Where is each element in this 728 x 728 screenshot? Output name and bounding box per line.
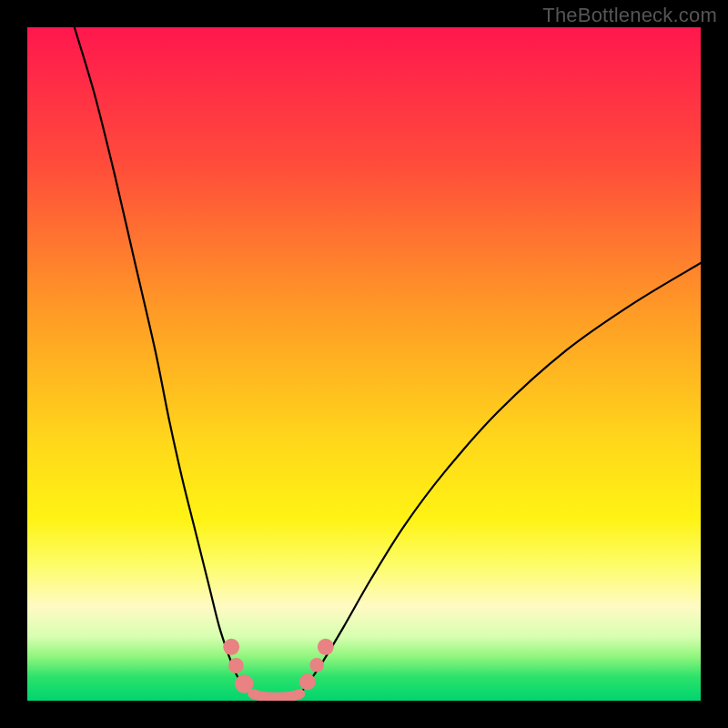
chart-svg (27, 27, 701, 701)
chart-frame: TheBottleneck.com (0, 0, 728, 728)
left-marker-3 (235, 674, 253, 693)
series-floor (253, 694, 300, 698)
left-marker-2 (228, 658, 244, 673)
right-marker-2 (309, 658, 324, 672)
watermark-text: TheBottleneck.com (542, 4, 717, 27)
right-marker-3 (318, 639, 334, 655)
left-marker-1 (223, 639, 239, 655)
right-marker-1 (299, 673, 316, 690)
gradient-background (27, 27, 701, 701)
plot-area (27, 27, 701, 701)
